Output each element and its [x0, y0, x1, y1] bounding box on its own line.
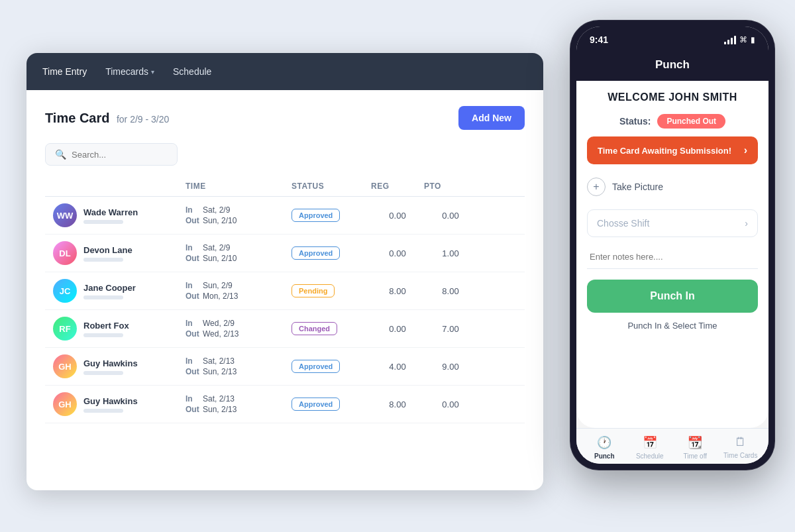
- avatar-initials: GH: [53, 392, 77, 416]
- in-label: In: [186, 394, 199, 403]
- table-row[interactable]: WW Wade Warren In Sat, 2/9 Out Sun, 2/10: [45, 197, 525, 235]
- notes-input[interactable]: [587, 245, 758, 269]
- status-cell: Approved: [292, 398, 371, 411]
- time-in-row: In Wed, 2/9: [186, 319, 292, 328]
- status-badge: Approved: [292, 246, 340, 260]
- alert-banner[interactable]: Time Card Awaiting Submission! ›: [587, 136, 758, 164]
- status-cell: Pending: [292, 284, 371, 297]
- out-date: Wed, 2/13: [203, 329, 238, 339]
- avatar: JC: [53, 279, 77, 303]
- phone-bottom-nav: 🕐 Punch 📅 Schedule 📆 Time off 🗒 Time Car…: [576, 428, 768, 464]
- col-name: [53, 182, 186, 191]
- out-label: Out: [186, 216, 199, 225]
- in-date: Sat, 2/9: [203, 205, 230, 215]
- avatar: GH: [53, 354, 77, 378]
- reg-cell: 0.00: [371, 248, 424, 258]
- employee-cell: GH Guy Hawkins: [53, 392, 186, 416]
- punch-in-button[interactable]: Punch In: [587, 280, 758, 313]
- punch-nav-icon: 🕐: [597, 435, 611, 450]
- employee-cell: JC Jane Cooper: [53, 279, 186, 303]
- employee-name: Wade Warren: [83, 207, 138, 217]
- reg-cell: 8.00: [371, 399, 424, 409]
- employee-info: Robert Fox: [83, 321, 129, 337]
- out-label: Out: [186, 292, 199, 301]
- reg-cell: 0.00: [371, 211, 424, 221]
- content-header: Time Card for 2/9 - 3/20 Add New: [45, 106, 525, 130]
- table-row[interactable]: RF Robert Fox In Wed, 2/9 Out Wed, 2/13: [45, 310, 525, 348]
- signal-bar-3: [731, 38, 733, 44]
- avatar-initials: DL: [53, 241, 77, 265]
- nav-timecards[interactable]: Timecards ▾: [105, 66, 154, 77]
- desktop-panel: Time Entry Timecards ▾ Schedule Time Car…: [26, 53, 543, 490]
- phone-app-header: Punch: [576, 53, 768, 81]
- phone-title: Punch: [655, 58, 690, 71]
- timeoff-nav-label: Time off: [683, 452, 707, 460]
- employee-name: Devon Lane: [83, 245, 132, 255]
- signal-bar-2: [727, 40, 729, 44]
- status-label: Status:: [619, 116, 651, 127]
- table-header: Time Status Reg PTO: [45, 176, 525, 197]
- bottom-nav-timecards[interactable]: 🗒 Time Cards: [718, 435, 764, 460]
- add-new-button[interactable]: Add New: [458, 106, 525, 130]
- time-cell: In Sat, 2/13 Out Sun, 2/13: [186, 394, 292, 414]
- pto-cell: 0.00: [424, 211, 477, 221]
- welcome-text: WELCOME JOHN SMITH: [587, 91, 758, 103]
- avatar: GH: [53, 392, 77, 416]
- in-date: Sun, 2/9: [203, 281, 233, 290]
- employee-sub-bar: [83, 220, 123, 224]
- phone-outer: 9:41 ⌘ ▮ Punch WELCOME JOHN: [570, 20, 775, 470]
- time-out-row: Out Sun, 2/13: [186, 405, 292, 414]
- punch-in-select-time-label[interactable]: Punch In & Select Time: [587, 321, 758, 331]
- status-cell: Approved: [292, 360, 371, 373]
- table-row[interactable]: DL Devon Lane In Sat, 2/9 Out Sun, 2/10: [45, 235, 525, 272]
- employee-info: Guy Hawkins: [83, 358, 138, 375]
- employee-info: Devon Lane: [83, 245, 132, 262]
- out-date: Sun, 2/13: [203, 367, 237, 376]
- schedule-nav-label: Schedule: [636, 452, 664, 460]
- time-in-row: In Sat, 2/9: [186, 205, 292, 215]
- in-label: In: [186, 243, 199, 252]
- in-date: Sat, 2/13: [203, 394, 235, 403]
- employee-sub-bar: [83, 371, 123, 375]
- take-picture-row[interactable]: + Take Picture: [587, 172, 758, 201]
- nav-schedule[interactable]: Schedule: [173, 66, 211, 77]
- phone-inner: 9:41 ⌘ ▮ Punch WELCOME JOHN: [576, 27, 768, 464]
- avatar-initials: WW: [53, 203, 77, 227]
- choose-shift-row[interactable]: Chosse Shift ›: [587, 209, 758, 237]
- plus-icon[interactable]: +: [587, 178, 606, 196]
- in-label: In: [186, 205, 199, 215]
- timecard-title: Time Card: [45, 111, 109, 125]
- out-date: Sun, 2/10: [203, 254, 237, 263]
- reg-cell: 8.00: [371, 286, 424, 296]
- pto-cell: 7.00: [424, 324, 477, 334]
- employee-info: Jane Cooper: [83, 283, 136, 299]
- choose-shift-chevron-icon: ›: [745, 218, 748, 229]
- avatar-initials: RF: [53, 317, 77, 341]
- time-out-row: Out Sun, 2/10: [186, 254, 292, 263]
- bottom-nav-schedule[interactable]: 📅 Schedule: [627, 435, 673, 460]
- status-badge: Approved: [292, 360, 340, 373]
- status-icons: ⌘ ▮: [724, 35, 755, 44]
- signal-bar-1: [724, 42, 726, 44]
- punch-nav-label: Punch: [594, 452, 615, 460]
- col-extra: [477, 182, 517, 191]
- in-label: In: [186, 281, 199, 290]
- time-in-row: In Sat, 2/9: [186, 243, 292, 252]
- phone-status-bar: 9:41 ⌘ ▮: [576, 27, 768, 53]
- take-picture-label: Take Picture: [612, 182, 663, 192]
- out-date: Sun, 2/13: [203, 405, 237, 414]
- bottom-nav-timeoff[interactable]: 📆 Time off: [672, 435, 718, 460]
- employee-cell: DL Devon Lane: [53, 241, 186, 265]
- search-input[interactable]: [72, 150, 168, 160]
- nav-time-entry[interactable]: Time Entry: [42, 66, 87, 77]
- reg-cell: 0.00: [371, 324, 424, 334]
- table-row[interactable]: JC Jane Cooper In Sun, 2/9 Out Mon, 2/13: [45, 272, 525, 310]
- search-bar[interactable]: 🔍: [45, 143, 178, 166]
- out-label: Out: [186, 405, 199, 414]
- table-row[interactable]: GH Guy Hawkins In Sat, 2/13 Out Sun, 2/1…: [45, 348, 525, 386]
- signal-bars: [724, 36, 736, 44]
- avatar: WW: [53, 203, 77, 227]
- time-out-row: Out Mon, 2/13: [186, 292, 292, 301]
- bottom-nav-punch[interactable]: 🕐 Punch: [582, 435, 627, 460]
- table-row[interactable]: GH Guy Hawkins In Sat, 2/13 Out Sun, 2/1…: [45, 386, 525, 423]
